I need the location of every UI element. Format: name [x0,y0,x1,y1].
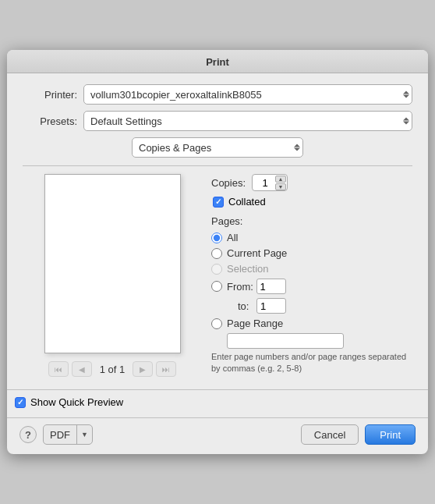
all-radio[interactable] [211,232,222,243]
copies-decrement-button[interactable]: ▼ [275,183,286,190]
selection-radio-row: Selection [211,263,412,275]
printer-select[interactable]: vollum301bcopier_xeroxaltaIinkB8055 [83,84,412,105]
show-preview-checkbox[interactable] [15,397,26,408]
from-radio-label: From: [227,281,253,293]
page-count: 1 of 1 [100,364,126,375]
footer: ? PDF ▼ Cancel Print [7,418,428,454]
cancel-button[interactable]: Cancel [301,424,359,445]
prev-page-button[interactable]: ◀ [72,361,92,377]
page-range-input[interactable] [227,333,344,349]
presets-row: Presets: Default Settings [23,111,412,131]
help-button[interactable]: ? [19,426,37,443]
to-label: to: [238,300,249,312]
nav-bar: ⏮ ◀ 1 of 1 ▶ ⏭ [48,361,177,377]
to-row: to: [238,298,412,314]
section-row: Copies & Pages [23,137,412,158]
presets-label: Presets: [23,115,77,127]
collated-label: Collated [228,196,266,208]
pdf-label: PDF [44,429,76,441]
all-radio-row: All [211,232,412,243]
dialog-title: Print [7,50,428,73]
separator [23,165,412,166]
from-radio[interactable] [211,281,222,292]
copies-stepper: ▲ ▼ [275,176,286,190]
print-dialog: Print Printer: vollum301bcopier_xeroxalt… [7,50,428,454]
page-range-radio[interactable] [211,318,222,329]
selection-radio-label: Selection [227,263,268,275]
all-radio-label: All [227,232,238,243]
printer-label: Printer: [23,89,77,101]
first-page-button[interactable]: ⏮ [48,361,69,377]
current-page-radio-row: Current Page [211,247,412,259]
to-input[interactable] [256,298,286,314]
section-select-wrapper: Copies & Pages [132,137,303,158]
copies-label: Copies: [211,177,246,189]
main-area: ⏮ ◀ 1 of 1 ▶ ⏭ Copies: ▲ ▼ [23,174,412,377]
preview-area: ⏮ ◀ 1 of 1 ▶ ⏭ [23,174,202,377]
options-area: Copies: ▲ ▼ Collated Pages: [211,174,412,377]
from-radio-row: From: [211,279,412,294]
current-page-radio-label: Current Page [227,247,287,259]
current-page-radio[interactable] [211,248,222,259]
show-preview-row: Show Quick Preview [7,390,428,413]
printer-select-wrapper: vollum301bcopier_xeroxaltaIinkB8055 [83,84,412,105]
page-range-hint: Enter page numbers and/or page ranges se… [211,351,412,375]
pdf-dropdown-arrow[interactable]: ▼ [76,425,92,444]
from-input[interactable] [256,279,286,294]
last-page-button[interactable]: ⏭ [156,361,176,377]
pdf-button[interactable]: PDF ▼ [43,424,93,445]
presets-select[interactable]: Default Settings [83,111,412,131]
show-preview-label: Show Quick Preview [30,396,123,408]
copies-row: Copies: ▲ ▼ [211,174,412,191]
print-button[interactable]: Print [365,424,416,445]
collated-row: Collated [213,196,412,208]
selection-radio[interactable] [211,264,222,275]
copies-input-wrap: ▲ ▼ [252,174,288,191]
page-range-radio-label: Page Range [227,318,283,329]
next-page-button[interactable]: ▶ [133,361,153,377]
page-preview [44,174,181,353]
printer-row: Printer: vollum301bcopier_xeroxaltaIinkB… [23,84,412,105]
collated-checkbox[interactable] [213,197,224,208]
pages-section-label: Pages: [211,215,412,227]
presets-select-wrapper: Default Settings [83,111,412,131]
page-range-radio-row: Page Range [211,318,412,329]
section-select[interactable]: Copies & Pages [132,137,303,158]
copies-increment-button[interactable]: ▲ [275,176,286,183]
